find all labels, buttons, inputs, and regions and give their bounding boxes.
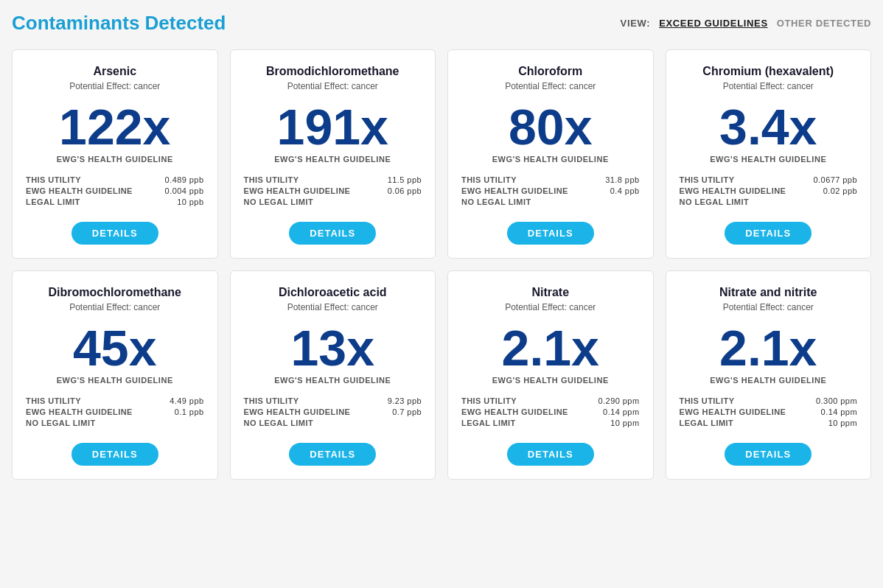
details-button[interactable]: DETAILS [725, 222, 812, 245]
no-legal-limit: NO LEGAL LIMIT [26, 419, 204, 427]
guideline-label: EWG'S HEALTH GUIDELINE [492, 376, 609, 385]
multiplier-value: 80x [509, 102, 592, 152]
card-effect: Potential Effect: cancer [69, 302, 160, 312]
multiplier-value: 45x [73, 323, 156, 373]
card-name: Chloroform [518, 65, 582, 78]
ewg-label: EWG HEALTH GUIDELINE [461, 407, 568, 416]
legal-value: 10 ppm [610, 419, 639, 427]
details-button[interactable]: DETAILS [289, 222, 376, 245]
guideline-label: EWG'S HEALTH GUIDELINE [274, 376, 391, 385]
legal-value: 10 ppb [177, 197, 203, 206]
details-button[interactable]: DETAILS [71, 443, 158, 466]
ewg-label: EWG HEALTH GUIDELINE [244, 186, 351, 195]
contaminant-card: Dibromochloromethane Potential Effect: c… [12, 270, 218, 480]
contaminant-card: Dichloroacetic acid Potential Effect: ca… [230, 270, 436, 480]
utility-row: THIS UTILITY 4.49 ppb [26, 396, 204, 405]
card-effect: Potential Effect: cancer [505, 81, 596, 91]
utility-label: THIS UTILITY [461, 175, 517, 184]
page-title: Contaminants Detected [12, 12, 226, 35]
view-label: VIEW: [621, 18, 651, 29]
ewg-label: EWG HEALTH GUIDELINE [680, 407, 786, 416]
card-name: Dichloroacetic acid [279, 286, 387, 299]
ewg-value: 0.14 ppm [603, 407, 639, 416]
utility-label: THIS UTILITY [461, 396, 517, 405]
utility-label: THIS UTILITY [244, 396, 299, 405]
legal-label: LEGAL LIMIT [26, 197, 80, 206]
multiplier-value: 3.4x [719, 102, 817, 152]
contaminant-card: Bromodichloromethane Potential Effect: c… [230, 49, 436, 259]
card-stats: THIS UTILITY 4.49 ppb EWG HEALTH GUIDELI… [26, 396, 204, 430]
card-name: Nitrate and nitrite [719, 286, 817, 299]
card-stats: THIS UTILITY 0.290 ppm EWG HEALTH GUIDEL… [461, 396, 640, 430]
legal-value: 10 ppm [828, 419, 857, 427]
ewg-row: EWG HEALTH GUIDELINE 0.7 ppb [244, 407, 422, 416]
guideline-label: EWG'S HEALTH GUIDELINE [710, 155, 826, 164]
utility-label: THIS UTILITY [26, 396, 81, 405]
card-stats: THIS UTILITY 11.5 ppb EWG HEALTH GUIDELI… [244, 175, 422, 209]
contaminant-card: Chromium (hexavalent) Potential Effect: … [666, 49, 872, 259]
utility-label: THIS UTILITY [680, 396, 735, 405]
ewg-row: EWG HEALTH GUIDELINE 0.14 ppm [461, 407, 640, 416]
details-button[interactable]: DETAILS [725, 443, 812, 466]
utility-label: THIS UTILITY [680, 175, 735, 184]
card-name: Nitrate [531, 286, 569, 299]
utility-row: THIS UTILITY 9.23 ppb [244, 396, 422, 405]
card-effect: Potential Effect: cancer [505, 302, 596, 312]
utility-value: 11.5 ppb [388, 175, 422, 184]
utility-row: THIS UTILITY 0.0677 ppb [680, 175, 858, 184]
ewg-row: EWG HEALTH GUIDELINE 0.1 ppb [26, 407, 204, 416]
no-legal-limit: NO LEGAL LIMIT [680, 197, 858, 206]
utility-value: 0.300 ppm [816, 396, 857, 405]
card-effect: Potential Effect: cancer [723, 81, 814, 91]
cards-row-1: Arsenic Potential Effect: cancer 122x EW… [12, 49, 871, 259]
view-controls: VIEW: EXCEED GUIDELINES OTHER DETECTED [621, 18, 871, 29]
card-effect: Potential Effect: cancer [287, 81, 378, 91]
utility-value: 0.0677 ppb [814, 175, 857, 184]
utility-value: 31.8 ppb [605, 175, 639, 184]
no-legal-limit: NO LEGAL LIMIT [244, 197, 422, 206]
legal-label: LEGAL LIMIT [461, 419, 516, 427]
ewg-row: EWG HEALTH GUIDELINE 0.02 ppb [680, 186, 858, 195]
utility-row: THIS UTILITY 0.290 ppm [461, 396, 640, 405]
legal-row: LEGAL LIMIT 10 ppm [680, 419, 858, 427]
details-button[interactable]: DETAILS [507, 222, 594, 245]
guideline-label: EWG'S HEALTH GUIDELINE [57, 155, 173, 164]
card-stats: THIS UTILITY 31.8 ppb EWG HEALTH GUIDELI… [461, 175, 640, 209]
multiplier-value: 2.1x [719, 323, 817, 373]
guideline-label: EWG'S HEALTH GUIDELINE [710, 376, 826, 385]
card-name: Dibromochloromethane [49, 286, 181, 299]
details-button[interactable]: DETAILS [289, 443, 376, 466]
ewg-label: EWG HEALTH GUIDELINE [26, 407, 133, 416]
card-effect: Potential Effect: cancer [287, 302, 378, 312]
card-stats: THIS UTILITY 0.300 ppm EWG HEALTH GUIDEL… [680, 396, 858, 430]
ewg-value: 0.14 ppm [821, 407, 857, 416]
utility-label: THIS UTILITY [244, 175, 299, 184]
exceed-guidelines-button[interactable]: EXCEED GUIDELINES [659, 18, 768, 29]
no-legal-limit: NO LEGAL LIMIT [244, 419, 422, 427]
ewg-value: 0.02 ppb [823, 186, 857, 195]
ewg-label: EWG HEALTH GUIDELINE [680, 186, 786, 195]
legal-row: LEGAL LIMIT 10 ppb [26, 197, 204, 206]
card-name: Chromium (hexavalent) [702, 65, 834, 78]
details-button[interactable]: DETAILS [507, 443, 594, 466]
multiplier-value: 122x [59, 102, 170, 152]
contaminant-card: Nitrate and nitrite Potential Effect: ca… [666, 270, 872, 480]
ewg-value: 0.004 ppb [165, 186, 204, 195]
ewg-row: EWG HEALTH GUIDELINE 0.14 ppm [680, 407, 858, 416]
cards-row-2: Dibromochloromethane Potential Effect: c… [12, 270, 871, 480]
details-button[interactable]: DETAILS [71, 222, 158, 245]
ewg-row: EWG HEALTH GUIDELINE 0.4 ppb [461, 186, 640, 195]
card-effect: Potential Effect: cancer [723, 302, 814, 312]
contaminant-card: Chloroform Potential Effect: cancer 80x … [447, 49, 654, 259]
utility-row: THIS UTILITY 11.5 ppb [244, 175, 422, 184]
card-name: Arsenic [93, 65, 136, 78]
other-detected-button[interactable]: OTHER DETECTED [777, 18, 871, 29]
utility-value: 0.489 ppb [165, 175, 204, 184]
utility-label: THIS UTILITY [26, 175, 81, 184]
ewg-value: 0.4 ppb [610, 186, 640, 195]
contaminant-card: Nitrate Potential Effect: cancer 2.1x EW… [447, 270, 654, 480]
utility-value: 0.290 ppm [598, 396, 640, 405]
guideline-label: EWG'S HEALTH GUIDELINE [274, 155, 391, 164]
multiplier-value: 191x [277, 102, 388, 152]
ewg-value: 0.1 ppb [175, 407, 204, 416]
